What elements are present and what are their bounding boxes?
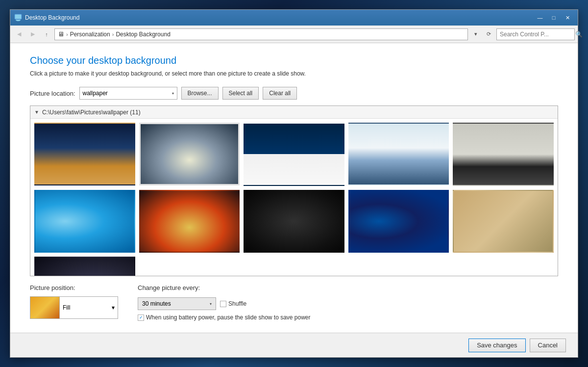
position-value: Fill bbox=[63, 304, 70, 311]
window-title: Desktop Background bbox=[25, 14, 534, 21]
breadcrumb-personalization[interactable]: Personalization bbox=[70, 31, 110, 38]
wallpaper-thumbnail-3[interactable] bbox=[244, 123, 344, 186]
position-label: Picture position: bbox=[30, 284, 118, 291]
clear-all-button[interactable]: Clear all bbox=[263, 87, 297, 100]
select-all-button[interactable]: Select all bbox=[222, 87, 259, 100]
breadcrumb-separator-2: › bbox=[112, 31, 114, 37]
breadcrumb-separator-1: › bbox=[66, 31, 68, 37]
main-content: Choose your desktop background Click a p… bbox=[10, 43, 578, 333]
change-label: Change picture every: bbox=[138, 284, 311, 291]
path-icon: 🖥 bbox=[58, 30, 64, 38]
position-select-row: Fill ▾ bbox=[30, 296, 118, 319]
location-select[interactable]: wallpaper ▾ bbox=[79, 87, 177, 100]
chevron-down-icon: ▾ bbox=[112, 304, 115, 311]
browse-button[interactable]: Browse... bbox=[181, 87, 219, 100]
change-group: Change picture every: 30 minutes ▾ Shuff… bbox=[138, 284, 311, 321]
window-controls: — □ ✕ bbox=[534, 12, 574, 23]
position-thumbnail bbox=[30, 296, 59, 319]
grid-toggle-icon[interactable]: ▼ bbox=[34, 109, 39, 115]
time-row: 30 minutes ▾ Shuffle bbox=[138, 297, 311, 310]
wallpaper-thumbnail-1[interactable] bbox=[34, 123, 135, 185]
grid-path: C:\Users\fatiw\Pictures\wallpaper (11) bbox=[42, 109, 141, 116]
refresh-button[interactable]: ⟳ bbox=[483, 28, 494, 40]
search-input[interactable] bbox=[500, 31, 573, 38]
position-group: Picture position: Fill ▾ bbox=[30, 284, 118, 319]
wallpaper-thumbnail-7[interactable] bbox=[139, 190, 240, 253]
save-changes-button[interactable]: Save changes bbox=[468, 339, 525, 352]
wallpaper-thumbnail-11[interactable] bbox=[34, 257, 135, 276]
svg-rect-3 bbox=[17, 21, 20, 21]
wallpaper-thumbnail-5[interactable] bbox=[453, 123, 554, 186]
window-icon bbox=[14, 14, 22, 22]
battery-checkbox[interactable]: ✓ bbox=[138, 315, 144, 321]
address-end-controls: ▾ ⟳ bbox=[470, 28, 494, 40]
location-value: wallpaper bbox=[83, 90, 108, 97]
chevron-down-icon: ▾ bbox=[210, 302, 212, 306]
grid-scroll[interactable] bbox=[30, 119, 558, 276]
address-bar: ◀ ▶ ↑ 🖥 › Personalization › Desktop Back… bbox=[10, 26, 578, 43]
image-grid bbox=[34, 123, 554, 276]
wallpaper-thumbnail-8[interactable] bbox=[244, 190, 344, 253]
image-grid-container: ▼ C:\Users\fatiw\Pictures\wallpaper (11) bbox=[30, 105, 558, 276]
wallpaper-thumbnail-10[interactable] bbox=[453, 190, 554, 253]
desktop-window: Desktop Background — □ ✕ ◀ ▶ ↑ 🖥 › Perso… bbox=[10, 9, 578, 358]
time-select[interactable]: 30 minutes ▾ bbox=[138, 297, 216, 310]
cancel-button[interactable]: Cancel bbox=[530, 339, 566, 352]
wallpaper-thumbnail-6[interactable] bbox=[34, 190, 135, 253]
minimize-button[interactable]: — bbox=[534, 12, 546, 23]
grid-header: ▼ C:\Users\fatiw\Pictures\wallpaper (11) bbox=[30, 106, 558, 119]
dropdown-button[interactable]: ▾ bbox=[470, 28, 482, 40]
shuffle-text: Shuffle bbox=[228, 300, 246, 307]
wallpaper-thumbnail-2[interactable] bbox=[139, 123, 240, 185]
position-thumbnail-img bbox=[30, 297, 59, 318]
bottom-controls: Picture position: Fill ▾ Change picture … bbox=[30, 284, 558, 321]
location-row: Picture location: wallpaper ▾ Browse... … bbox=[30, 87, 558, 100]
position-dropdown[interactable]: Fill ▾ bbox=[59, 296, 118, 319]
shuffle-label[interactable]: Shuffle bbox=[220, 300, 246, 307]
footer: Save changes Cancel bbox=[10, 333, 578, 357]
page-title: Choose your desktop background bbox=[30, 55, 558, 66]
chevron-down-icon: ▾ bbox=[172, 91, 174, 96]
shuffle-checkbox[interactable] bbox=[220, 301, 226, 307]
svg-rect-2 bbox=[16, 20, 21, 21]
battery-row: ✓ When using battery power, pause the sl… bbox=[138, 314, 311, 321]
page-subtitle: Click a picture to make it your desktop … bbox=[30, 70, 558, 77]
forward-button[interactable]: ▶ bbox=[27, 28, 39, 40]
up-button[interactable]: ↑ bbox=[41, 28, 52, 40]
close-button[interactable]: ✕ bbox=[561, 12, 574, 23]
wallpaper-thumbnail-9[interactable] bbox=[348, 190, 449, 253]
wallpaper-thumbnail-4[interactable] bbox=[348, 123, 449, 185]
breadcrumb-current: Desktop Background bbox=[116, 31, 170, 38]
battery-text: When using battery power, pause the slid… bbox=[146, 314, 311, 321]
time-value: 30 minutes bbox=[142, 300, 171, 307]
svg-rect-0 bbox=[15, 14, 22, 19]
back-button[interactable]: ◀ bbox=[13, 28, 25, 40]
title-bar: Desktop Background — □ ✕ bbox=[10, 10, 578, 26]
search-icon: 🔍 bbox=[575, 31, 583, 38]
maximize-button[interactable]: □ bbox=[547, 12, 560, 23]
search-box[interactable]: 🔍 bbox=[496, 28, 575, 40]
address-path[interactable]: 🖥 › Personalization › Desktop Background bbox=[54, 28, 468, 40]
location-label: Picture location: bbox=[30, 90, 75, 97]
